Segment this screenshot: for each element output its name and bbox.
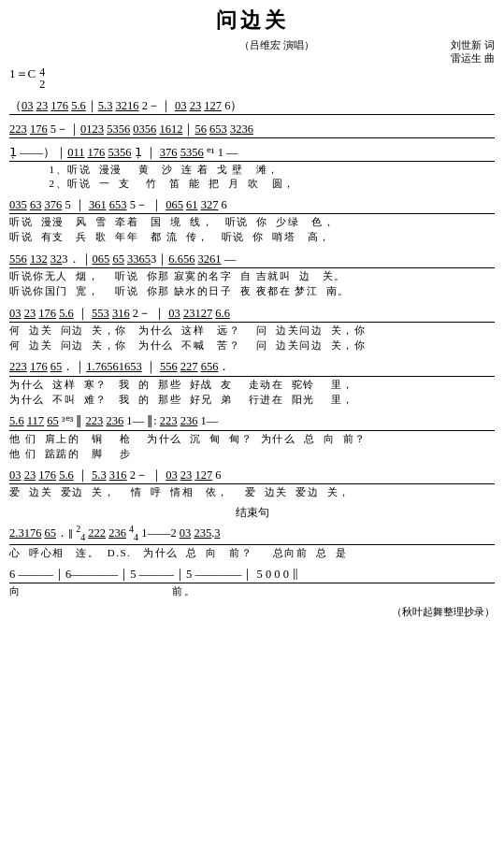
lyric-8b: 他 们 踮踮的 脚 步 — [9, 446, 495, 461]
composer: 雷运生 曲 — [451, 51, 495, 65]
score-line-8: 5.6 117 65 ³ᵉ³ ‖ 223 236 1— ‖: 223 236 1… — [9, 412, 495, 461]
lyric-4b: 听说 有支 兵 歌 年年 都 流 传， 听说 你 哨塔 高， — [9, 229, 495, 244]
notation-1: （03 23 176 5.6｜5.3 3216 2－｜ 03 23 127 6） — [9, 97, 495, 115]
score-line-1: （03 23 176 5.6｜5.3 3216 2－｜ 03 23 127 6） — [9, 97, 495, 115]
notation-10: 2.3176 65．‖ 24 222 236 44 1——2 03 235.3 — [9, 522, 495, 545]
lyric-4a: 听说 漫漫 风 雪 牵着 国 境 线， 听说 你 少绿 色， — [9, 214, 495, 229]
notation-4: 035 63 376 5 ｜ 361 653 5－ ｜ 065 61 327 6 — [9, 196, 495, 214]
song-title: 问边关 — [9, 7, 495, 35]
lyricist: 刘世新 词 — [451, 38, 495, 51]
score-line-11: 6 ———｜6————｜5 ———｜5 ————｜ 5 0 0 0 ‖ 向 前。 — [9, 566, 495, 599]
notation-3: 1̣ ——）｜011 176 5356 1̣ ｜ 376 5356 ᵉ¹ 1 — — [9, 144, 495, 162]
notation-9: 03 23 176 5.6 ｜ 5.3 316 2－ ｜ 03 23 127 6 — [9, 467, 495, 484]
notation-8: 5.6 117 65 ³ᵉ³ ‖ 223 236 1— ‖: 223 236 1… — [9, 412, 495, 430]
notation-7: 223 176 65．｜1.76561653 ｜ 556 227 656． — [9, 358, 495, 376]
score-line-7: 223 176 65．｜1.76561653 ｜ 556 227 656． 为什… — [9, 358, 495, 407]
lyric-5a: 听说你无人 烟， 听说 你那 寂寞的名字 自 吉就叫 边 关。 — [9, 268, 495, 283]
score-line-5: 556 132 323．｜065 65 33653｜6.656 3261 — 听… — [9, 251, 495, 299]
lyric-5b: 听说你国门 宽， 听说 你那 缺水的日子 夜 夜都在 梦江 南。 — [9, 283, 495, 298]
score-line-4: 035 63 376 5 ｜ 361 653 5－ ｜ 065 61 327 6… — [9, 196, 495, 245]
score-line-6: 03 23 176 5.6 ｜ 553 316 2－ ｜ 03 23127 6.… — [9, 305, 495, 353]
lyric-6a: 何 边关 问边 关，你 为什么 这样 远？ 问 边关问边 关，你 — [9, 323, 495, 338]
notation-2: 223 176 5－｜0123 5356 0356 1612｜56 653 32… — [9, 121, 495, 138]
copy-note: （秋叶起舞整理抄录） — [9, 605, 495, 618]
lyric-8a: 他 们 肩上的 铜 枪 为什么 沉 甸 甸？ 为什么 总 向 前？ — [9, 431, 495, 446]
time-signature: 4 2 — [39, 66, 45, 91]
credits: 刘世新 词 雷运生 曲 — [451, 38, 495, 65]
lyric-10: 心 呼心相 连。 D.S. 为什么 总 向 前？ 总向前 总 是 — [9, 545, 495, 560]
score-line-10: 2.3176 65．‖ 24 222 236 44 1——2 03 235.3 … — [9, 522, 495, 560]
subtitle: （吕维宏 演唱） — [239, 38, 314, 51]
notation-5: 556 132 323．｜065 65 33653｜6.656 3261 — — [9, 251, 495, 268]
lyric-9a: 爱 边关 爱边 关， 情 呼 情相 依， 爱 边关 爱边 关， — [9, 484, 495, 499]
score-line-9: 03 23 176 5.6 ｜ 5.3 316 2－ ｜ 03 23 127 6… — [9, 467, 495, 500]
score-line-3: 1̣ ——）｜011 176 5356 1̣ ｜ 376 5356 ᵉ¹ 1 —… — [9, 144, 495, 191]
lyric-11: 向 前。 — [9, 583, 495, 598]
score-line-2: 223 176 5－｜0123 5356 0356 1612｜56 653 32… — [9, 121, 495, 138]
lyric-7a: 为什么 这样 寒？ 我 的 那些 好战 友 走动在 驼铃 里， — [9, 377, 495, 392]
lyric-7b: 为什么 不叫 难？ 我 的 那些 好兄 弟 行进在 阳光 里， — [9, 392, 495, 407]
score-container: 问边关 （吕维宏 演唱） 刘世新 词 雷运生 曲 1＝C 4 2 （03 23 … — [9, 7, 495, 618]
final-section-label: 结束句 — [9, 506, 495, 521]
lyric-6b: 何 边关 问边 关，你 为什么 不喊 苦？ 问 边关问边 关，你 — [9, 338, 495, 353]
lyric-3: 1、听说 漫漫 黄 沙 连 着 戈 壁 滩， 2、听说 一 支 竹 笛 能 把 … — [9, 162, 495, 191]
key-label: 1＝C — [9, 66, 36, 82]
notation-6: 03 23 176 5.6 ｜ 553 316 2－ ｜ 03 23127 6.… — [9, 305, 495, 323]
notation-11: 6 ———｜6————｜5 ———｜5 ————｜ 5 0 0 0 ‖ — [9, 566, 495, 583]
